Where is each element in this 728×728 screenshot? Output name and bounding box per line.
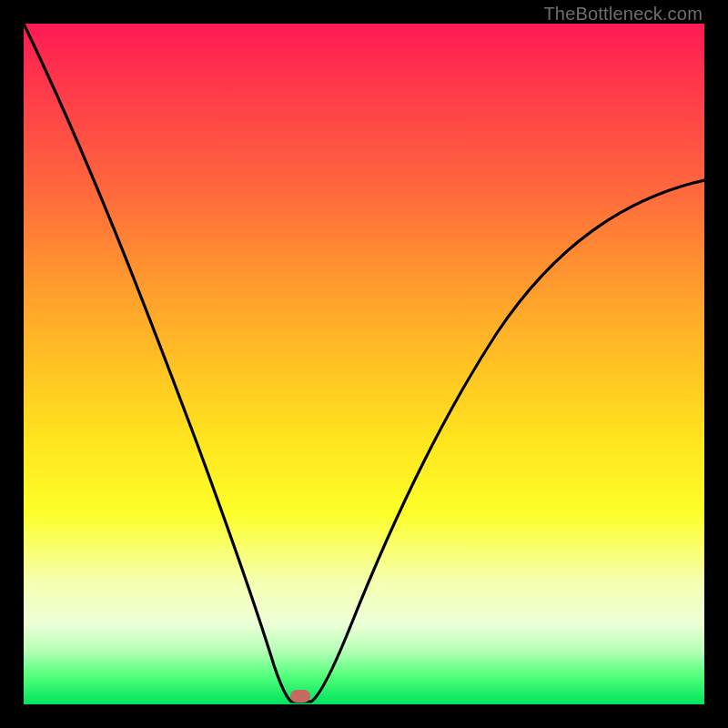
optimal-point-marker xyxy=(290,690,310,703)
curve-path xyxy=(24,24,704,702)
bottleneck-curve xyxy=(24,24,704,704)
chart-plot-area xyxy=(24,24,704,704)
watermark-text: TheBottleneck.com xyxy=(543,4,703,25)
chart-frame: TheBottleneck.com xyxy=(0,0,728,728)
